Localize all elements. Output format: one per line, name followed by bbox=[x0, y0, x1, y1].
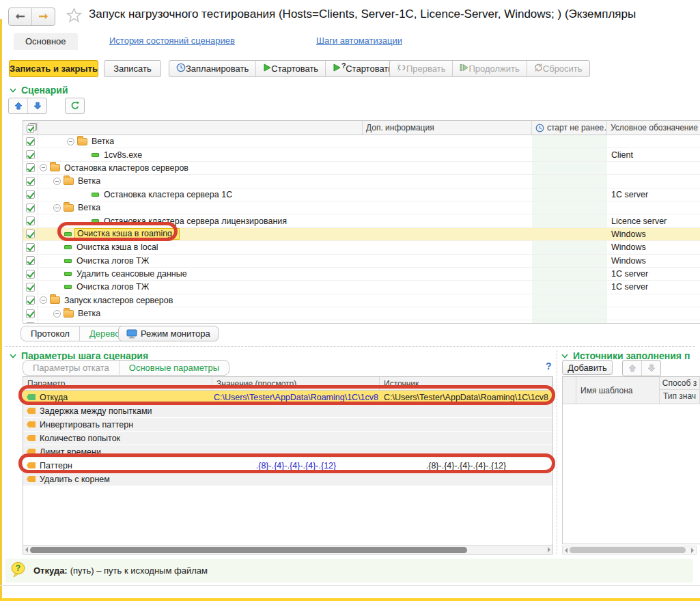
tree-row[interactable]: Остановка кластеров серверов bbox=[23, 162, 700, 175]
tree-row[interactable]: Очистка логов ТЖ Windows bbox=[23, 255, 700, 268]
add-source-button[interactable]: Добавить bbox=[562, 360, 613, 375]
scenario-section-header[interactable]: Сценарий bbox=[10, 85, 68, 96]
row-checkbox-cell[interactable] bbox=[23, 281, 38, 293]
row-checkbox-cell[interactable] bbox=[23, 294, 38, 307]
param-source-cell[interactable]: .{8}-.{4}-.{4}-.{4}-.{12} bbox=[380, 459, 552, 472]
param-source-cell[interactable] bbox=[380, 404, 552, 417]
forward-button[interactable] bbox=[31, 8, 55, 25]
param-row[interactable]: Откуда C:\Users\Tester\AppData\Roaming\1… bbox=[23, 391, 552, 404]
tree-name-cell[interactable]: Остановка кластера сервера 1С bbox=[38, 188, 363, 201]
collapse-minus-icon[interactable] bbox=[53, 178, 61, 185]
help-question-icon[interactable]: ? bbox=[546, 361, 552, 371]
param-value-cell[interactable] bbox=[212, 473, 380, 486]
monitor-mode-button[interactable]: Режим монитора bbox=[118, 326, 219, 341]
param-name-cell[interactable]: Откуда bbox=[23, 391, 212, 404]
tree-name-cell[interactable]: Ветка bbox=[38, 135, 363, 148]
move-up-button-disabled[interactable] bbox=[623, 361, 641, 376]
save-button[interactable]: Записать bbox=[104, 60, 161, 77]
row-checkbox-cell[interactable] bbox=[23, 162, 38, 174]
param-row[interactable]: Задержка между попытками bbox=[23, 404, 552, 417]
scrollbar-thumb[interactable] bbox=[570, 547, 686, 553]
sources-horizontal-scrollbar[interactable] bbox=[562, 546, 697, 555]
value-column-header[interactable]: Значение (просмотр) bbox=[212, 377, 380, 390]
tree-row[interactable]: Запуск кластеров серверов bbox=[23, 294, 700, 307]
tree-name-cell[interactable]: Ветка bbox=[38, 175, 363, 187]
tree-name-cell[interactable] bbox=[38, 320, 363, 324]
param-value-cell[interactable] bbox=[212, 418, 380, 431]
dop-column-header[interactable]: Доп. информация bbox=[363, 121, 532, 135]
protocol-view-button[interactable]: Протокол bbox=[21, 326, 79, 341]
param-value-cell[interactable] bbox=[212, 445, 380, 458]
tree-name-cell[interactable]: Удалить сеансовые данные bbox=[38, 268, 363, 280]
method-column-header[interactable]: Способ з bbox=[660, 377, 700, 390]
param-source-cell[interactable] bbox=[380, 418, 552, 431]
continue-button[interactable]: Продолжить bbox=[452, 61, 526, 76]
tree-name-cell[interactable]: Очистка логов ТЖ bbox=[38, 281, 363, 293]
source-column-header[interactable]: Источник bbox=[380, 377, 552, 390]
collapse-minus-icon[interactable] bbox=[53, 310, 61, 318]
row-checkbox-cell[interactable] bbox=[23, 214, 38, 227]
param-name-cell[interactable]: Задержка между попытками bbox=[23, 404, 212, 417]
tree-row[interactable]: Ветка bbox=[23, 201, 700, 214]
row-checkbox-cell[interactable] bbox=[23, 307, 38, 320]
tab-automation-link[interactable]: Шаги автоматизации bbox=[316, 36, 402, 46]
tree-name-cell[interactable]: Очистка кэша в local bbox=[38, 241, 363, 253]
tree-name-cell[interactable]: Остановка кластера сервера лицензировани… bbox=[38, 214, 363, 227]
tree-row[interactable]: Очистка кэша в local Windows bbox=[23, 241, 700, 254]
tree-name-cell[interactable]: Очистка логов ТЖ bbox=[38, 255, 363, 267]
row-checkbox-cell[interactable] bbox=[23, 241, 38, 253]
favorite-star-icon[interactable] bbox=[66, 8, 82, 25]
param-source-cell[interactable] bbox=[380, 445, 552, 458]
param-row[interactable]: Инвертировать паттерн bbox=[23, 418, 552, 431]
collapse-minus-icon[interactable] bbox=[40, 164, 47, 171]
param-source-cell[interactable] bbox=[380, 432, 552, 445]
param-name-cell[interactable]: Удалить с корнем bbox=[23, 473, 212, 486]
scroll-left-arrow-icon[interactable] bbox=[25, 547, 28, 552]
row-checkbox-cell[interactable] bbox=[23, 188, 38, 201]
uslov-column-header[interactable]: Условное обозначение ед bbox=[607, 121, 700, 135]
template-name-column-header[interactable]: Имя шаблона bbox=[576, 377, 660, 404]
param-source-cell[interactable]: C:\Users\Tester\AppData\Roaming\1C\1cv8 bbox=[380, 391, 552, 404]
param-name-cell[interactable]: Количество попыток bbox=[23, 432, 212, 445]
collapse-minus-icon[interactable] bbox=[53, 204, 61, 212]
back-button[interactable] bbox=[9, 8, 31, 25]
row-checkbox-cell[interactable] bbox=[23, 228, 38, 240]
param-value-cell[interactable] bbox=[212, 404, 380, 417]
param-column-header[interactable]: Параметр bbox=[23, 377, 212, 390]
param-row[interactable]: Количество попыток bbox=[23, 432, 552, 445]
tree-row[interactable]: Ветка bbox=[23, 135, 700, 148]
move-down-button[interactable] bbox=[27, 98, 46, 113]
param-value-cell[interactable] bbox=[212, 432, 380, 445]
rollback-params-tab[interactable]: Параметры отката bbox=[23, 361, 119, 375]
param-name-cell[interactable]: Инвертировать паттерн bbox=[23, 418, 212, 431]
tree-row[interactable] bbox=[23, 320, 700, 324]
tree-row[interactable]: Очистка логов ТЖ 1C server bbox=[23, 281, 700, 294]
collapse-minus-icon[interactable] bbox=[67, 138, 74, 145]
name-column-header[interactable] bbox=[38, 121, 363, 135]
param-value-cell[interactable]: C:\Users\Tester\AppData\Roaming\1C\1cv8 bbox=[212, 391, 380, 404]
start-column-header[interactable]: старт не ранее… bbox=[532, 121, 607, 135]
param-name-cell[interactable]: Паттерн bbox=[23, 459, 212, 472]
move-down-button-disabled[interactable] bbox=[641, 361, 660, 376]
row-checkbox-cell[interactable] bbox=[23, 320, 38, 324]
params-horizontal-scrollbar[interactable] bbox=[23, 545, 552, 554]
scroll-left-arrow-icon[interactable] bbox=[565, 548, 568, 553]
tab-history-link[interactable]: История состояний сценариев bbox=[109, 36, 235, 46]
save-and-close-button[interactable]: Записать и закрыть bbox=[9, 60, 98, 77]
tree-row[interactable]: Ветка bbox=[23, 307, 700, 320]
scrollbar-thumb[interactable] bbox=[30, 547, 467, 553]
start-button[interactable]: Стартовать bbox=[255, 61, 325, 76]
row-checkbox-cell[interactable] bbox=[23, 175, 38, 187]
param-row[interactable]: Удалить с корнем bbox=[23, 473, 552, 486]
param-source-cell[interactable] bbox=[380, 473, 552, 486]
tree-name-cell[interactable]: Ветка bbox=[38, 201, 363, 214]
method-type-column-header[interactable]: Способ з Тип знач bbox=[660, 377, 700, 404]
move-up-button[interactable] bbox=[9, 98, 27, 113]
scroll-right-arrow-icon[interactable] bbox=[548, 547, 550, 552]
select-all-header-cell[interactable] bbox=[23, 121, 38, 135]
param-name-cell[interactable]: Лимит времени bbox=[23, 445, 212, 458]
schedule-button[interactable]: Запланировать bbox=[169, 61, 255, 76]
type-column-header[interactable]: Тип знач bbox=[660, 390, 700, 403]
tree-row[interactable]: 1cv8s.exe Client bbox=[23, 148, 700, 161]
collapse-minus-icon[interactable] bbox=[40, 296, 47, 304]
